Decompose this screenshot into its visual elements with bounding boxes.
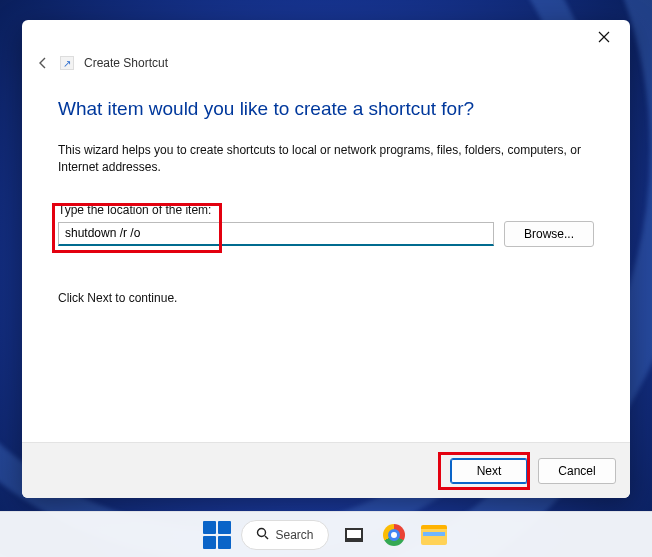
file-explorer-icon[interactable] — [419, 520, 449, 550]
svg-point-0 — [258, 528, 266, 536]
wizard-content: What item would you like to create a sho… — [22, 76, 630, 442]
create-shortcut-window: ↗ Create Shortcut What item would you li… — [22, 20, 630, 498]
taskbar: Search — [0, 511, 652, 557]
titlebar — [22, 20, 630, 54]
back-arrow-icon[interactable] — [36, 56, 50, 70]
location-label: Type the location of the item: — [58, 203, 594, 217]
page-title: What item would you like to create a sho… — [58, 98, 594, 120]
shortcut-icon: ↗ — [60, 56, 74, 70]
cancel-button[interactable]: Cancel — [538, 458, 616, 484]
chrome-icon[interactable] — [379, 520, 409, 550]
task-view-icon[interactable] — [339, 520, 369, 550]
breadcrumb-title: Create Shortcut — [84, 56, 168, 70]
close-icon[interactable] — [590, 23, 618, 51]
start-button[interactable] — [203, 521, 231, 549]
breadcrumb: ↗ Create Shortcut — [22, 54, 630, 76]
taskbar-search[interactable]: Search — [241, 520, 328, 550]
next-button[interactable]: Next — [450, 458, 528, 484]
taskbar-search-label: Search — [275, 528, 313, 542]
browse-button[interactable]: Browse... — [504, 221, 594, 247]
wizard-footer: Next Cancel — [22, 442, 630, 498]
location-input[interactable] — [58, 222, 494, 246]
search-icon — [256, 527, 269, 543]
wizard-description: This wizard helps you to create shortcut… — [58, 142, 594, 177]
continue-hint: Click Next to continue. — [58, 291, 594, 305]
